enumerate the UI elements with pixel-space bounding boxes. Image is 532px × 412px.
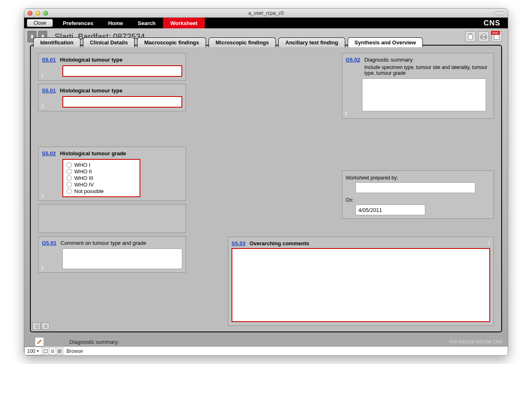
tumour-type-input-1[interactable] — [62, 65, 182, 77]
status-bar: 100 Browse — [24, 346, 508, 355]
worksheet-tabs: Identification Clinical Details Macrosco… — [33, 37, 423, 47]
panel-number: 1 — [41, 73, 44, 78]
app-window: a_user_rcpa_v3 Close Preferences Home Se… — [24, 8, 508, 356]
on-label: On: — [346, 197, 490, 203]
svg-rect-4 — [482, 37, 485, 39]
zoom-control[interactable]: 100 — [24, 347, 42, 355]
worksheet-frame: Identification Clinical Details Macrosco… — [30, 45, 502, 332]
mode-label: Browse — [63, 348, 86, 354]
printer-icon[interactable] — [478, 31, 489, 42]
panel-g502: G5.02 Diagnostic summary Include specime… — [342, 53, 494, 119]
panel-s501-1: S5.01 Histological tumour type 1 — [38, 53, 186, 81]
left-column: S5.01 Histological tumour type 1 S5.01 H… — [38, 53, 186, 273]
tumour-type-input-2[interactable] — [62, 96, 182, 108]
menubar: Close Preferences Home Search Worksheet … — [24, 18, 508, 28]
tab-clinical-details[interactable]: Clinical Details — [83, 37, 135, 47]
tab-identification[interactable]: Identification — [33, 37, 80, 47]
prepared-by-input[interactable] — [355, 182, 475, 193]
menu-home[interactable]: Home — [101, 18, 130, 28]
menu-preferences[interactable]: Preferences — [55, 18, 101, 28]
panel-s502: S5.02 Histological tumour grade WHO I WH… — [38, 147, 186, 201]
panel-g501: G5.01 Comment on tumour type and grade 5 — [38, 236, 186, 273]
radio-who-2[interactable]: WHO II — [66, 168, 136, 175]
panel-title: Histological tumour type — [60, 57, 122, 63]
comment-type-grade-input[interactable] — [62, 249, 182, 269]
panel-title: Histological tumour type — [60, 87, 122, 94]
prepared-by-label: Worksheet prepared by: — [346, 175, 490, 181]
radio-who-3[interactable]: WHO III — [66, 175, 136, 181]
panel-title: Diagnostic summary — [364, 57, 490, 63]
zoom-chevron-icon — [36, 350, 39, 353]
table-view-icon[interactable] — [56, 348, 63, 355]
tab-microscopic[interactable]: Microscopic findings — [209, 37, 276, 47]
svg-rect-0 — [468, 34, 472, 39]
svg-rect-1 — [469, 33, 472, 35]
clipboard-icon[interactable] — [465, 31, 476, 42]
panel-number: 6 — [345, 111, 348, 117]
brand-label: CNS — [476, 18, 508, 28]
panel-subtitle: Include specimen type, tumour site and l… — [364, 64, 490, 76]
radio-who-1[interactable]: WHO I — [66, 162, 136, 168]
tab-macroscopic[interactable]: Macroscopic findings — [137, 37, 206, 47]
tumour-grade-radiogroup: WHO I WHO II WHO III WHO IV Not possible — [62, 159, 140, 197]
code-link-s501-1[interactable]: S5.01 — [42, 57, 56, 63]
view-mode-icons — [42, 348, 63, 355]
panel-title: Overarching comments — [250, 240, 309, 246]
panel-s501-2: S5.01 Histological tumour type 2 — [38, 84, 186, 111]
window-title: a_user_rcpa_v3 — [24, 10, 508, 16]
panel-number: 7 — [487, 240, 490, 246]
pdf-badge: PDF — [491, 31, 500, 35]
menu-search[interactable]: Search — [131, 18, 163, 28]
panel-title: Histological tumour grade — [60, 150, 126, 157]
code-link-g502[interactable]: G5.02 — [346, 57, 360, 63]
radio-not-possible[interactable]: Not possible — [66, 188, 136, 194]
overarching-comments-input[interactable] — [232, 248, 490, 322]
code-link-s501-2[interactable]: S5.01 — [42, 87, 56, 94]
code-link-s503[interactable]: S5.03 — [232, 240, 245, 246]
panel-prepared-by: Worksheet prepared by: On: — [342, 170, 494, 219]
panel-s503: S5.03 Overarching comments 7 — [228, 237, 494, 326]
code-link-g501[interactable]: G5.01 — [42, 240, 56, 246]
edit-icon[interactable] — [35, 337, 44, 346]
list-view-icon[interactable] — [49, 348, 56, 355]
panel-number: 5 — [41, 265, 44, 271]
footer-summary-row: Diagnostic summary: P06 R00168 R00168 CN… — [24, 335, 508, 346]
svg-rect-3 — [482, 34, 485, 36]
panel-title: Comment on tumour type and grade — [60, 240, 146, 246]
panel-number: 3 — [41, 193, 44, 199]
panel-empty-4: 4 — [38, 204, 186, 233]
toolbar-pill-icon[interactable] — [495, 11, 504, 15]
svg-rect-6 — [44, 350, 47, 353]
tab-ancillary[interactable]: Ancillary test finding — [278, 37, 345, 47]
code-link-s502[interactable]: S5.02 — [42, 150, 56, 157]
close-button[interactable]: Close — [27, 19, 53, 27]
on-date-input[interactable] — [355, 205, 425, 215]
form-view-icon[interactable] — [42, 348, 49, 355]
radio-who-4[interactable]: WHO IV — [66, 182, 136, 188]
a-button[interactable]: A — [41, 322, 50, 330]
footer-meta: P06 R00168 R00168 CNS — [449, 339, 502, 344]
export-icons: PDF — [465, 31, 502, 42]
qa-buttons: Q A — [32, 322, 50, 330]
footer-diag-label: Diagnostic summary: — [69, 339, 119, 345]
zoom-value: 100 — [27, 348, 35, 354]
q-button[interactable]: Q — [32, 322, 41, 330]
titlebar: a_user_rcpa_v3 — [24, 9, 508, 18]
panel-number: 2 — [41, 104, 44, 109]
diagnostic-summary-input[interactable] — [362, 78, 486, 111]
tab-synthesis[interactable]: Synthesis and Overview — [348, 37, 423, 47]
pdf-icon[interactable]: PDF — [491, 31, 502, 42]
menu-worksheet[interactable]: Worksheet — [163, 18, 205, 28]
app-area: Slarti, Bardfast; 0872534 PDF Identifica… — [24, 28, 508, 355]
